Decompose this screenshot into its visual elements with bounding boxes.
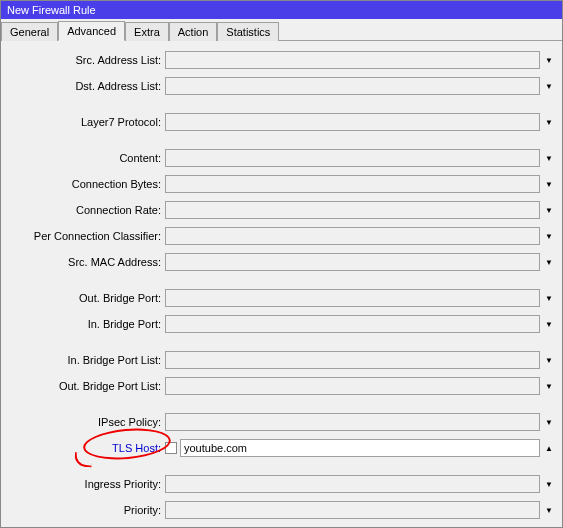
dropdown-toggle-icon[interactable]: ▼ xyxy=(542,413,556,431)
tab-action[interactable]: Action xyxy=(169,22,218,41)
label-tls-host: TLS Host: xyxy=(1,442,165,454)
dropdown-toggle-icon[interactable]: ▼ xyxy=(542,289,556,307)
input-ingress-priority[interactable] xyxy=(165,475,540,493)
input-in-bridge-port[interactable] xyxy=(165,315,540,333)
label-layer7-protocol: Layer7 Protocol: xyxy=(1,116,165,128)
dropdown-toggle-icon[interactable]: ▼ xyxy=(542,315,556,333)
input-layer7-protocol[interactable] xyxy=(165,113,540,131)
dropdown-toggle-icon[interactable]: ▼ xyxy=(542,201,556,219)
input-tls-host-text[interactable] xyxy=(181,440,539,456)
label-dst-address-list: Dst. Address List: xyxy=(1,80,165,92)
input-out-bridge-port[interactable] xyxy=(165,289,540,307)
window-title: New Firewall Rule xyxy=(7,4,96,16)
input-dst-address-list[interactable] xyxy=(165,77,540,95)
dropdown-toggle-icon[interactable]: ▼ xyxy=(542,113,556,131)
label-per-connection-classifier: Per Connection Classifier: xyxy=(1,230,165,242)
form-advanced: Src. Address List: ▼ Dst. Address List: … xyxy=(1,41,562,528)
input-tls-host[interactable] xyxy=(180,439,540,457)
window-titlebar: New Firewall Rule xyxy=(1,1,562,19)
dropdown-toggle-icon[interactable]: ▼ xyxy=(542,253,556,271)
input-ipsec-policy[interactable] xyxy=(165,413,540,431)
tab-advanced[interactable]: Advanced xyxy=(58,21,125,41)
dropdown-toggle-icon[interactable]: ▼ xyxy=(542,351,556,369)
dropdown-toggle-icon[interactable]: ▼ xyxy=(542,475,556,493)
input-out-bridge-port-list[interactable] xyxy=(165,377,540,395)
dropdown-toggle-icon[interactable]: ▼ xyxy=(542,377,556,395)
collapse-toggle-icon[interactable]: ▲ xyxy=(542,439,556,457)
input-content[interactable] xyxy=(165,149,540,167)
tab-extra[interactable]: Extra xyxy=(125,22,169,41)
label-ingress-priority: Ingress Priority: xyxy=(1,478,165,490)
input-connection-rate[interactable] xyxy=(165,201,540,219)
label-connection-rate: Connection Rate: xyxy=(1,204,165,216)
dropdown-toggle-icon[interactable]: ▼ xyxy=(542,51,556,69)
input-priority[interactable] xyxy=(165,501,540,519)
label-ipsec-policy: IPsec Policy: xyxy=(1,416,165,428)
label-content: Content: xyxy=(1,152,165,164)
label-connection-bytes: Connection Bytes: xyxy=(1,178,165,190)
tab-statistics[interactable]: Statistics xyxy=(217,22,279,41)
dropdown-toggle-icon[interactable]: ▼ xyxy=(542,501,556,519)
dropdown-toggle-icon[interactable]: ▼ xyxy=(542,149,556,167)
checkbox-tls-host-invert[interactable] xyxy=(165,442,177,454)
dropdown-toggle-icon[interactable]: ▼ xyxy=(542,175,556,193)
input-connection-bytes[interactable] xyxy=(165,175,540,193)
input-per-connection-classifier[interactable] xyxy=(165,227,540,245)
label-priority: Priority: xyxy=(1,504,165,516)
input-src-mac-address[interactable] xyxy=(165,253,540,271)
input-src-address-list[interactable] xyxy=(165,51,540,69)
label-out-bridge-port-list: Out. Bridge Port List: xyxy=(1,380,165,392)
tab-strip: General Advanced Extra Action Statistics xyxy=(1,19,562,41)
label-src-mac-address: Src. MAC Address: xyxy=(1,256,165,268)
dropdown-toggle-icon[interactable]: ▼ xyxy=(542,77,556,95)
label-src-address-list: Src. Address List: xyxy=(1,54,165,66)
tab-general[interactable]: General xyxy=(1,22,58,41)
dropdown-toggle-icon[interactable]: ▼ xyxy=(542,227,556,245)
label-in-bridge-port-list: In. Bridge Port List: xyxy=(1,354,165,366)
label-in-bridge-port: In. Bridge Port: xyxy=(1,318,165,330)
input-in-bridge-port-list[interactable] xyxy=(165,351,540,369)
label-out-bridge-port: Out. Bridge Port: xyxy=(1,292,165,304)
